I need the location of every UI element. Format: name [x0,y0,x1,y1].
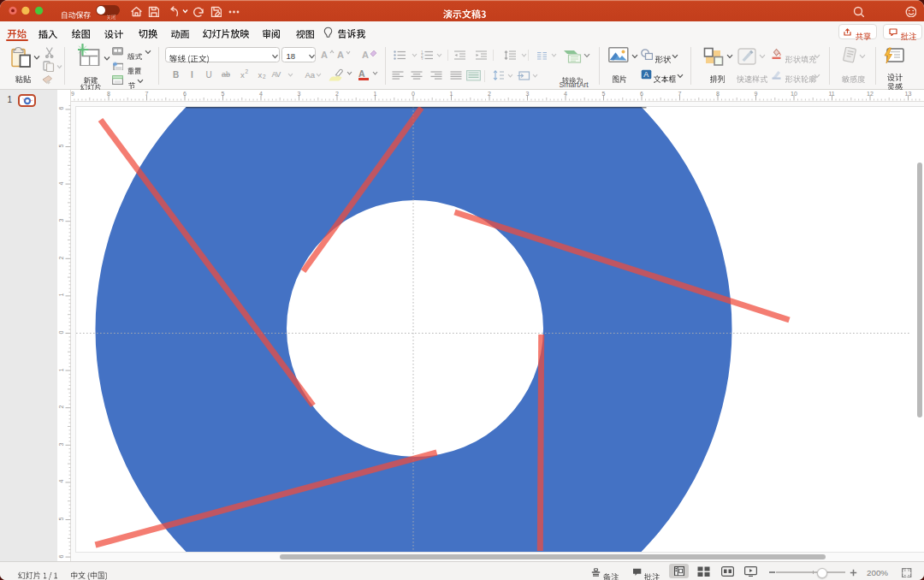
svg-text:A: A [643,70,649,79]
svg-text:3.: 3. [421,56,424,60]
